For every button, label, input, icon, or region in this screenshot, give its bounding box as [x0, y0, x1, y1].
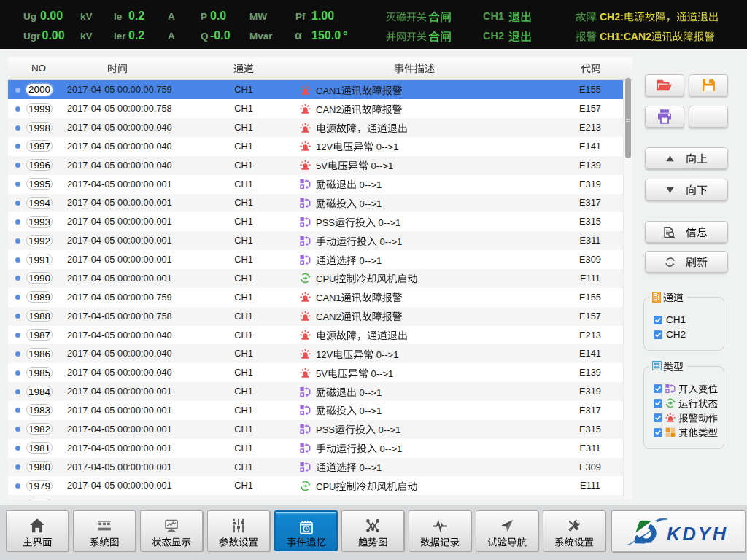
svg-text:0-->1: 0-->1: [379, 424, 401, 435]
svg-text:CH1:CAN2: CH1:CAN2: [600, 31, 651, 42]
svg-text:CAN1: CAN1: [316, 292, 341, 303]
svg-text:0-->1: 0-->1: [376, 349, 399, 360]
svg-text:CAN2: CAN2: [316, 104, 341, 115]
svg-text:0-->1: 0-->1: [360, 462, 382, 473]
svg-text:PSS: PSS: [316, 217, 335, 228]
svg-text:0-->1: 0-->1: [360, 386, 382, 397]
svg-text:5V: 5V: [316, 160, 328, 171]
svg-text:0-->1: 0-->1: [371, 368, 394, 379]
svg-text:0-->1: 0-->1: [371, 160, 394, 171]
svg-text:0-->1: 0-->1: [376, 141, 399, 152]
svg-text:12V: 12V: [316, 349, 333, 360]
svg-text:0-->1: 0-->1: [380, 443, 403, 454]
svg-text:0-->1: 0-->1: [360, 405, 382, 416]
svg-text:5V: 5V: [316, 368, 328, 379]
svg-text:0-->1: 0-->1: [379, 217, 401, 228]
svg-text:PSS: PSS: [316, 424, 335, 435]
svg-text:CAN2: CAN2: [316, 311, 341, 322]
svg-text:0-->1: 0-->1: [360, 254, 382, 265]
svg-text:KDYH: KDYH: [667, 524, 728, 544]
svg-text:CPU: CPU: [316, 481, 336, 492]
svg-text:0-->1: 0-->1: [360, 198, 382, 209]
svg-text:0-->1: 0-->1: [360, 179, 382, 190]
svg-text:0-->1: 0-->1: [380, 236, 403, 247]
svg-text:12V: 12V: [316, 141, 333, 152]
svg-text:CH2:: CH2:: [600, 11, 624, 23]
svg-text:CPU: CPU: [316, 273, 336, 284]
svg-text:CAN1: CAN1: [316, 85, 341, 96]
